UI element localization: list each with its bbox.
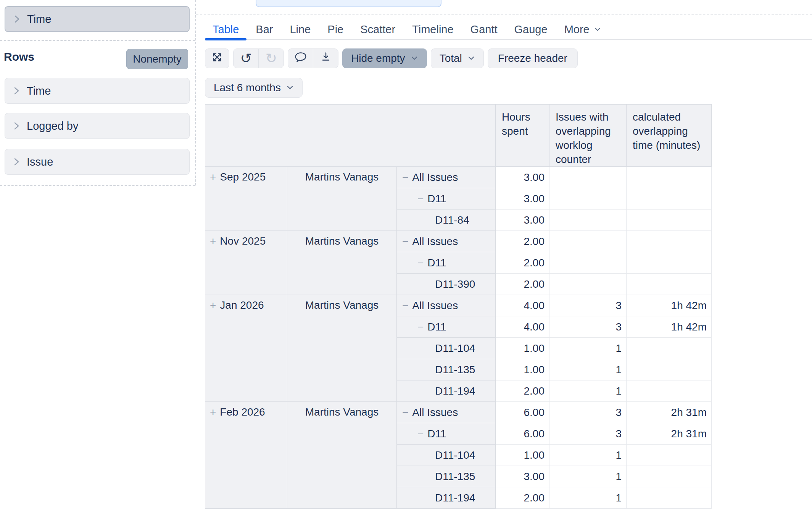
tab-gauge[interactable]: Gauge (507, 20, 555, 39)
tab-line[interactable]: Line (282, 20, 318, 39)
overlap-value-cell (627, 359, 712, 380)
sidebar-item-time[interactable]: Time (5, 78, 190, 104)
expand-icon (211, 52, 223, 66)
issue-label: D11-104 (435, 342, 475, 354)
count-value-cell: 3 (549, 295, 627, 316)
count-value-cell (549, 210, 627, 231)
collapse-minus-icon[interactable]: − (417, 193, 424, 205)
pages-dimension-time[interactable]: Time (5, 6, 190, 32)
person-cell[interactable]: Martins Vanags (287, 231, 397, 295)
issue-cell-d11[interactable]: −D11 (397, 188, 496, 210)
tab-bar[interactable]: Bar (248, 20, 280, 39)
download-button[interactable] (313, 49, 338, 68)
hours-value-cell: 2.00 (496, 274, 549, 295)
tab-gantt[interactable]: Gantt (463, 20, 505, 39)
tab-label: Pie (327, 23, 343, 36)
tab-pie[interactable]: Pie (320, 20, 351, 39)
total-dropdown[interactable]: Total (431, 48, 484, 68)
time-range-dropdown[interactable]: Last 6 months (205, 78, 303, 98)
expand-plus-icon[interactable]: + (210, 406, 216, 418)
month-label: Nov 2025 (220, 235, 266, 247)
hide-empty-dropdown[interactable]: Hide empty (342, 48, 427, 68)
sidebar-item-label: Time (27, 85, 51, 97)
collapse-minus-icon[interactable]: − (402, 406, 408, 418)
issue-cell-all-issues[interactable]: −All Issues (397, 167, 496, 188)
nonempty-toggle-button[interactable]: Nonempty (126, 49, 188, 69)
issue-cell-d11-84[interactable]: D11-84 (397, 210, 496, 231)
issue-cell-d11-390[interactable]: D11-390 (397, 274, 496, 295)
issue-cell-d11-194[interactable]: D11-194 (397, 487, 496, 509)
issue-cell-d11-104[interactable]: D11-104 (397, 445, 496, 466)
column-header-hours-spent[interactable]: Hours spent (496, 105, 549, 167)
column-header-calculated-overlap[interactable]: calculated overlapping time (minutes) (627, 105, 712, 167)
expand-plus-icon[interactable]: + (210, 235, 216, 247)
month-cell-feb-2026[interactable]: +Feb 2026 (205, 402, 287, 509)
collapse-minus-icon[interactable]: − (402, 235, 408, 247)
tab-label: Table (213, 23, 239, 36)
tab-scatter[interactable]: Scatter (353, 20, 403, 39)
overlap-value-cell (627, 231, 712, 252)
freeze-header-button[interactable]: Freeze header (488, 48, 578, 68)
redo-button[interactable]: ↻ (258, 49, 284, 68)
overlap-value-cell (627, 210, 712, 231)
overlap-value-cell (627, 167, 712, 188)
hours-value-cell: 1.00 (496, 359, 549, 380)
issue-cell-d11-135[interactable]: D11-135 (397, 466, 496, 487)
month-cell-nov-2025[interactable]: +Nov 2025 (205, 231, 287, 295)
tab-label: Timeline (412, 23, 454, 36)
table-row: +Sep 2025Martins Vanags−All Issues3.00 (205, 167, 712, 188)
time-range-label: Last 6 months (214, 82, 281, 94)
chevron-down-icon (467, 56, 475, 61)
issue-cell-d11[interactable]: −D11 (397, 423, 496, 445)
collapse-minus-icon[interactable]: − (417, 257, 424, 269)
redo-icon: ↻ (265, 52, 277, 65)
issue-cell-d11-135[interactable]: D11-135 (397, 359, 496, 380)
collapse-minus-icon[interactable]: − (402, 300, 408, 311)
person-cell[interactable]: Martins Vanags (287, 402, 397, 509)
collapse-minus-icon[interactable]: − (417, 321, 424, 333)
tab-table[interactable]: Table (205, 20, 246, 39)
expand-button[interactable] (205, 48, 229, 68)
sidebar-item-issue[interactable]: Issue (5, 149, 190, 175)
month-cell-sep-2025[interactable]: +Sep 2025 (205, 167, 287, 231)
overlap-value-cell: 1h 42m (627, 295, 712, 316)
issue-cell-all-issues[interactable]: −All Issues (397, 295, 496, 316)
hours-value-cell: 3.00 (496, 188, 549, 210)
table-row: +Feb 2026Martins Vanags−All Issues6.0032… (205, 402, 712, 423)
issue-cell-d11-194[interactable]: D11-194 (397, 380, 496, 402)
issue-cell-all-issues[interactable]: −All Issues (397, 231, 496, 252)
sidebar-item-logged-by[interactable]: Logged by (5, 113, 190, 139)
count-value-cell: 1 (549, 487, 627, 509)
column-header-issues-overlapping[interactable]: Issues with overlapping worklog counter (549, 105, 627, 167)
person-label: Martins Vanags (305, 171, 379, 183)
count-value-cell (549, 274, 627, 295)
collapse-minus-icon[interactable]: − (402, 171, 408, 183)
sidebar-item-label: Issue (27, 156, 53, 168)
hours-value-cell: 2.00 (496, 380, 549, 402)
chevron-right-icon (13, 121, 20, 131)
issue-cell-d11[interactable]: −D11 (397, 316, 496, 338)
person-cell[interactable]: Martins Vanags (287, 295, 397, 402)
hours-value-cell: 3.00 (496, 466, 549, 487)
expand-plus-icon[interactable]: + (210, 171, 216, 183)
expand-plus-icon[interactable]: + (210, 299, 216, 311)
undo-button[interactable]: ↺ (234, 49, 258, 68)
issue-cell-d11[interactable]: −D11 (397, 252, 496, 274)
month-label: Sep 2025 (220, 171, 266, 183)
issue-label: D11-135 (435, 471, 475, 482)
count-value-cell: 1 (549, 445, 627, 466)
tab-label: Gantt (470, 23, 498, 36)
person-cell[interactable]: Martins Vanags (287, 167, 397, 231)
tab-timeline[interactable]: Timeline (404, 20, 461, 39)
overlap-value-cell (627, 487, 712, 509)
issue-label: D11-194 (435, 492, 475, 504)
tab-more[interactable]: More (557, 20, 609, 39)
table-row: +Jan 2026Martins Vanags−All Issues4.0031… (205, 295, 712, 316)
issue-cell-all-issues[interactable]: −All Issues (397, 402, 496, 423)
issue-cell-d11-104[interactable]: D11-104 (397, 338, 496, 359)
month-cell-jan-2026[interactable]: +Jan 2026 (205, 295, 287, 402)
count-value-cell: 3 (549, 423, 627, 445)
comment-button[interactable] (288, 49, 313, 68)
pages-dimension-label: Time (27, 13, 51, 26)
collapse-minus-icon[interactable]: − (417, 428, 424, 440)
